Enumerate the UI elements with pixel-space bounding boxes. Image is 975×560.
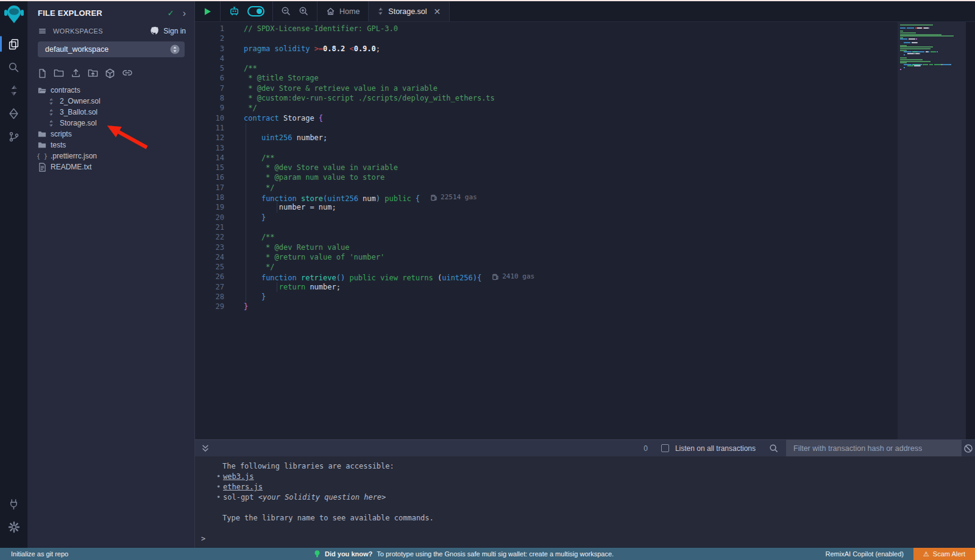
editor-scrollbar[interactable] (966, 22, 975, 439)
tree-item-label: contracts (51, 86, 80, 94)
line-number: 9 (195, 103, 224, 113)
folder-icon (38, 130, 46, 138)
line-number: 5 (195, 63, 224, 73)
rail-search-icon[interactable] (0, 56, 28, 78)
rail-deploy-run-icon[interactable] (0, 102, 28, 124)
transaction-filter-input[interactable] (786, 440, 962, 457)
line-number: 27 (195, 282, 224, 292)
code-line-7: * @dev Store & retrieve value in a varia… (244, 83, 898, 93)
line-number: 21 (195, 222, 224, 232)
line-number: 20 (195, 213, 224, 222)
tree-item-readme-txt[interactable]: README.txt (28, 161, 194, 172)
copilot-toggle-on[interactable] (247, 6, 264, 16)
chevron-right-icon[interactable]: › (183, 10, 186, 17)
code-line-17: */ (244, 183, 898, 193)
code-line-15: * @dev Store value in variable (244, 163, 898, 172)
line-number: 2 (195, 34, 224, 43)
scam-alert-button[interactable]: ⚠ Scam Alert (913, 548, 975, 560)
tree-item-label: README.txt (51, 163, 91, 171)
code-line-13 (244, 143, 898, 153)
new-file-icon[interactable] (38, 68, 47, 79)
rail-plugin-manager-icon[interactable] (0, 493, 28, 515)
rail-solidity-compiler-icon[interactable] (0, 79, 28, 101)
code-line-2 (244, 34, 898, 43)
code-line-6: * @title Storage (244, 73, 898, 83)
line-number: 28 (195, 292, 224, 302)
line-number: 11 (195, 123, 224, 133)
run-script-button[interactable] (203, 7, 212, 16)
tree-item-tests[interactable]: tests (28, 140, 194, 151)
code-line-11 (244, 123, 898, 133)
zoom-out-icon[interactable] (281, 6, 291, 16)
new-folder-icon[interactable] (54, 68, 64, 79)
sign-in-label: Sign in (163, 27, 186, 35)
folder-open-icon (38, 87, 46, 94)
line-number: 8 (195, 93, 224, 103)
code-line-21 (244, 222, 898, 232)
code-line-18: function store(uint256 num) public {2251… (244, 193, 898, 202)
link-workspace-icon[interactable] (122, 68, 133, 79)
line-number: 1 (195, 24, 224, 34)
terminal-header: 0 Listen on all transactions (195, 439, 975, 456)
workspace-selected-value: default_workspace (45, 45, 170, 54)
line-number: 29 (195, 302, 224, 311)
text-file-icon (38, 163, 46, 172)
tab-home[interactable]: Home (317, 1, 369, 21)
check-icon: ✓ (168, 9, 174, 18)
tree-item-storage-sol[interactable]: Storage.sol (28, 118, 194, 129)
remixai-robot-icon[interactable] (229, 5, 240, 17)
tab-storage-sol[interactable]: Storage.sol ✕ (369, 1, 450, 21)
line-number: 3 (195, 44, 224, 54)
listen-all-checkbox[interactable] (661, 444, 669, 452)
zoom-in-icon[interactable] (299, 6, 309, 16)
library-link[interactable]: web3.js (223, 472, 254, 481)
workspace-select[interactable]: default_workspace (38, 41, 185, 57)
transaction-count-badge: 0 (644, 444, 648, 453)
minimap[interactable] (898, 22, 966, 439)
tree-item-contracts[interactable]: contracts (28, 85, 194, 96)
code-content[interactable]: // SPDX-License-Identifier: GPL-3.0pragm… (244, 24, 898, 439)
clear-console-icon[interactable] (962, 444, 975, 453)
activity-bar (0, 1, 28, 548)
line-number: 17 (195, 183, 224, 193)
tree-item-scripts[interactable]: scripts (28, 129, 194, 140)
json-file-icon: { } (38, 153, 46, 160)
library-link[interactable]: ethers.js (223, 483, 263, 491)
rail-settings-icon[interactable] (0, 516, 28, 538)
sign-in-button[interactable]: Sign in (150, 26, 186, 35)
code-line-28: } (244, 292, 898, 302)
line-number: 13 (195, 143, 224, 153)
tree-item-2-owner-sol[interactable]: 2_Owner.sol (28, 96, 194, 107)
terminal-prompt[interactable]: > (201, 534, 975, 545)
code-editor[interactable]: 1234567891011121314151617181920212223242… (195, 22, 975, 439)
tree-item-3-ballot-sol[interactable]: 3_Ballot.sol (28, 107, 194, 118)
line-number: 24 (195, 252, 224, 262)
remix-logo-icon (3, 4, 25, 24)
rail-git-icon[interactable] (0, 126, 28, 147)
git-init-button[interactable]: Initialize as git repo (11, 550, 68, 558)
terminal-collapse-icon[interactable] (201, 444, 210, 453)
workspaces-menu-icon[interactable] (38, 27, 47, 35)
tree-item--prettierrc-json[interactable]: { }.prettierrc.json (28, 151, 194, 161)
code-line-27: return number; (244, 282, 898, 292)
tab-close-icon[interactable]: ✕ (434, 7, 441, 16)
gas-estimate-badge: 2410 gas (492, 272, 534, 282)
ipfs-box-icon[interactable] (105, 68, 115, 79)
editor-column: Home Storage.sol ✕ 123456789101112131415… (195, 1, 975, 548)
code-line-25: */ (244, 262, 898, 272)
line-number: 25 (195, 262, 224, 272)
upload-folder-icon[interactable] (88, 68, 98, 79)
code-line-5: /** (244, 63, 898, 73)
solidity-file-icon (47, 97, 55, 105)
solidity-file-icon (377, 7, 384, 15)
upload-file-icon[interactable] (71, 68, 81, 79)
copilot-status[interactable]: RemixAI Copilot (enabled) (826, 550, 904, 558)
rail-file-explorer-icon[interactable] (0, 33, 28, 55)
terminal-line: •sol-gpt <your Solidity question here> (201, 492, 975, 503)
terminal[interactable]: The following libraries are accessible:•… (195, 456, 975, 548)
tree-item-label: tests (51, 141, 66, 149)
terminal-output: The following libraries are accessible:•… (201, 461, 975, 523)
file-tree: contracts2_Owner.sol3_Ballot.solStorage.… (28, 85, 194, 172)
gas-estimate-badge: 22514 gas (431, 193, 477, 202)
gas-pump-icon (431, 194, 438, 201)
